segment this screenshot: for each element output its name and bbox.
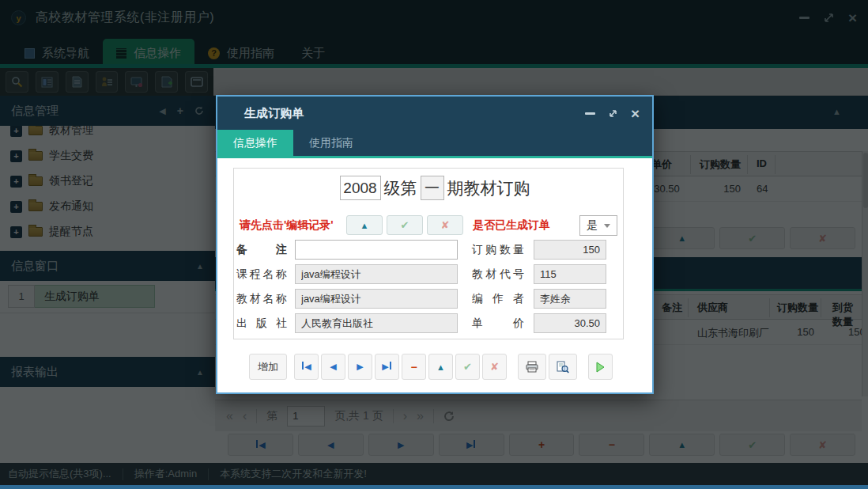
year-input[interactable]	[340, 176, 381, 200]
code-label: 教材代号	[472, 267, 524, 282]
chevron-down-icon	[604, 224, 610, 228]
qty-input[interactable]	[534, 240, 606, 260]
tab-info-operate[interactable]: 信息操作	[217, 130, 293, 156]
book-label: 教材名称	[236, 292, 287, 306]
tab-user-guide[interactable]: 使用指南	[293, 130, 369, 156]
note-label: 备注	[236, 243, 287, 257]
term-input[interactable]	[421, 176, 444, 200]
previous-record-button[interactable]: ◀	[321, 354, 345, 380]
dialog-toolbar: 增加 ◀ ◀ ▶ ▶ − ▲ ✔ ✘	[249, 354, 613, 380]
dialog-titlebar[interactable]: 生成订购单 ×	[217, 97, 652, 130]
edit-hint-text: 请先点击'编辑记录'	[240, 218, 334, 233]
author-input[interactable]	[534, 289, 606, 309]
dialog-minimize-icon[interactable]	[585, 112, 595, 115]
dialog-maximize-icon[interactable]	[608, 108, 618, 119]
printer-icon	[526, 361, 538, 373]
next-record-button[interactable]: ▶	[348, 354, 372, 380]
add-button[interactable]: 增加	[249, 354, 287, 380]
first-record-button[interactable]: ◀	[294, 354, 319, 380]
preview-button[interactable]	[549, 354, 577, 380]
author-label: 编作者	[472, 292, 524, 306]
dialog-title: 生成订购单	[244, 106, 304, 121]
confirm-button[interactable]: ✔	[455, 354, 480, 380]
book-input[interactable]	[295, 289, 458, 309]
generated-select[interactable]: 是	[579, 215, 617, 236]
code-input[interactable]	[534, 264, 606, 284]
play-icon	[595, 362, 606, 373]
execute-button[interactable]	[588, 354, 613, 380]
price-label: 单价	[472, 317, 524, 331]
course-label: 课程名称	[236, 267, 287, 282]
publisher-label: 出版社	[236, 317, 287, 331]
generated-label: 是否已生成订单	[473, 218, 550, 233]
dialog-close-icon[interactable]: ×	[631, 106, 640, 121]
course-input[interactable]	[295, 264, 458, 284]
app-window: y 高校教材管理系统(非注册用户) × 系统导航 信息操作 ? 使用指南 关于	[0, 0, 868, 489]
print-button[interactable]	[518, 354, 546, 380]
last-record-button[interactable]: ▶	[375, 354, 399, 380]
qty-label: 订购数量	[472, 243, 524, 257]
dialog-tabbar: 信息操作 使用指南	[217, 130, 652, 158]
preview-icon	[557, 361, 569, 373]
publisher-input[interactable]	[295, 313, 458, 333]
move-up-button[interactable]: ▲	[346, 215, 383, 235]
cancel-button[interactable]: ✘	[427, 215, 463, 235]
cancel-button[interactable]: ✘	[482, 354, 507, 380]
move-up-button[interactable]: ▲	[428, 354, 453, 380]
order-title-row: 级第 期教材订购	[217, 176, 652, 200]
price-input[interactable]	[534, 313, 606, 333]
generate-order-dialog: 生成订购单 × 信息操作 使用指南 级第 期教材订购 请先点击'编辑记录	[216, 95, 654, 394]
note-input[interactable]	[295, 240, 458, 260]
confirm-button[interactable]: ✔	[387, 215, 423, 235]
remove-record-button[interactable]: −	[402, 354, 426, 380]
